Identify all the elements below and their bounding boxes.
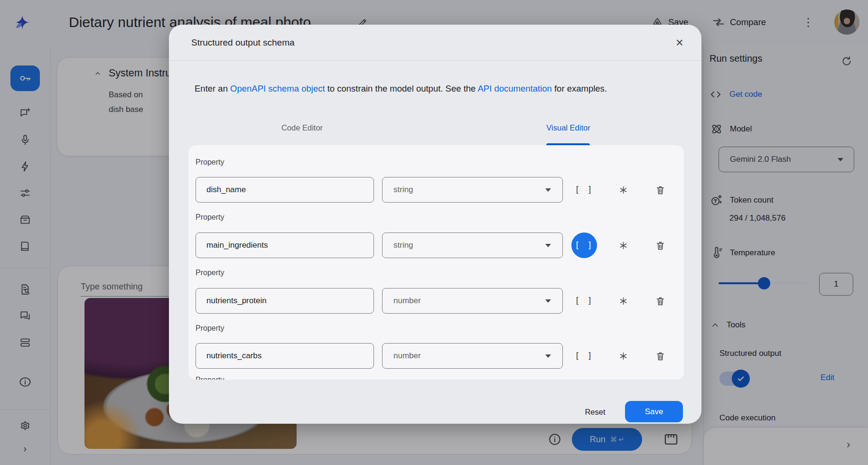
delete-property-button[interactable] xyxy=(647,343,673,369)
brackets-icon: [ ] xyxy=(575,351,594,361)
trash-icon xyxy=(655,240,666,251)
property-label: Property xyxy=(196,213,224,222)
property-label: Property xyxy=(196,324,224,333)
delete-property-button[interactable] xyxy=(647,288,673,314)
array-toggle-button-active[interactable]: [ ] xyxy=(571,232,597,258)
property-type-select[interactable]: number xyxy=(382,288,563,314)
property-type-value: number xyxy=(393,351,421,361)
trash-icon xyxy=(655,296,666,307)
required-toggle-button[interactable] xyxy=(610,343,636,369)
property-type-value: number xyxy=(393,296,421,306)
asterisk-icon xyxy=(618,241,628,251)
property-type-select[interactable]: string xyxy=(382,177,563,203)
delete-property-button[interactable] xyxy=(647,232,673,258)
property-label: Property xyxy=(196,158,224,167)
tab-code-editor[interactable]: Code Editor xyxy=(169,110,435,145)
property-type-select[interactable]: string xyxy=(382,232,563,258)
property-type-value: string xyxy=(393,185,413,195)
brackets-icon: [ ] xyxy=(575,296,594,306)
required-toggle-button[interactable] xyxy=(610,288,636,314)
chevron-down-icon xyxy=(545,244,551,247)
chevron-down-icon xyxy=(545,299,551,303)
asterisk-icon xyxy=(618,185,628,195)
property-name-input[interactable] xyxy=(196,343,374,369)
array-toggle-button[interactable]: [ ] xyxy=(571,177,597,203)
trash-icon xyxy=(655,351,666,362)
dialog-title: Structured output schema xyxy=(191,37,295,48)
chevron-down-icon xyxy=(545,188,551,192)
array-toggle-button[interactable]: [ ] xyxy=(571,288,597,314)
property-label: Property xyxy=(196,269,224,277)
property-name-input[interactable] xyxy=(196,177,374,203)
editor-tabs: Code Editor Visual Editor xyxy=(169,110,701,145)
close-icon[interactable]: × xyxy=(672,35,687,50)
asterisk-icon xyxy=(618,351,628,361)
required-toggle-button[interactable] xyxy=(610,177,636,203)
visual-editor-panel[interactable]: Property string [ ] Property string [ ] xyxy=(188,145,684,380)
trash-icon xyxy=(655,185,666,195)
reset-button[interactable]: Reset xyxy=(576,404,614,419)
required-toggle-button[interactable] xyxy=(610,232,636,258)
property-type-value: string xyxy=(393,241,413,250)
chevron-down-icon xyxy=(545,354,551,358)
brackets-icon: [ ] xyxy=(575,185,594,195)
structured-output-schema-dialog: Structured output schema × Enter an Open… xyxy=(169,25,701,424)
brackets-icon: [ ] xyxy=(575,241,594,250)
delete-property-button[interactable] xyxy=(647,177,673,203)
dialog-header: Structured output schema × xyxy=(169,25,701,61)
property-type-select[interactable]: number xyxy=(382,343,563,369)
openapi-schema-link[interactable]: OpenAPI schema object xyxy=(230,84,325,93)
asterisk-icon xyxy=(618,296,628,306)
tab-visual-editor[interactable]: Visual Editor xyxy=(435,110,701,145)
property-name-input[interactable] xyxy=(196,232,374,258)
save-schema-button[interactable]: Save xyxy=(625,401,683,422)
array-toggle-button[interactable]: [ ] xyxy=(571,343,597,369)
property-name-input[interactable] xyxy=(196,288,374,314)
property-label-clipped: Property xyxy=(196,376,224,380)
api-documentation-link[interactable]: API documentation xyxy=(478,84,552,93)
dialog-description: Enter an OpenAPI schema object to constr… xyxy=(195,84,679,94)
